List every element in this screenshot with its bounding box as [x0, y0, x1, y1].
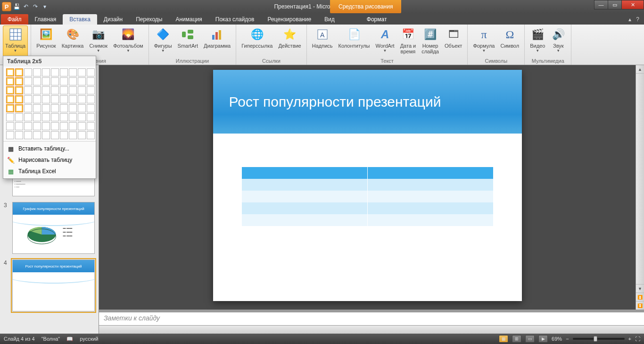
slide-canvas[interactable]: Рост популярности презентаций [99, 65, 636, 310]
grid-cell[interactable] [78, 68, 86, 76]
undo-icon[interactable]: ↶ [22, 2, 30, 11]
grid-cell[interactable] [60, 131, 68, 139]
grid-cell[interactable] [69, 104, 77, 112]
grid-cell[interactable] [51, 68, 59, 76]
grid-cell[interactable] [24, 68, 32, 76]
tab-slideshow[interactable]: Показ слайдов [209, 14, 261, 25]
slideshow-view-button[interactable]: ▶ [538, 335, 548, 343]
headerfooter-button[interactable]: 📄Колонтитулы [336, 25, 372, 58]
slide-thumbnail-3[interactable]: График популярности презентаций ▬ ▬▬ ▬ ▬… [12, 202, 95, 254]
clipart-button[interactable]: 🎨Картинка [59, 25, 86, 58]
app-icon[interactable]: P [2, 2, 11, 11]
grid-cell[interactable] [51, 113, 59, 121]
grid-cell[interactable] [42, 122, 50, 130]
grid-cell[interactable] [78, 104, 86, 112]
grid-cell[interactable] [33, 77, 41, 85]
shapes-button[interactable]: 🔷Фигуры▼ [152, 25, 174, 58]
grid-cell[interactable] [24, 77, 32, 85]
spellcheck-icon[interactable]: 📖 [66, 336, 73, 342]
grid-cell[interactable] [87, 113, 95, 121]
grid-cell[interactable] [42, 95, 50, 103]
grid-cell[interactable] [60, 68, 68, 76]
redo-icon[interactable]: ↷ [31, 2, 40, 11]
grid-cell[interactable] [87, 122, 95, 130]
thumbnail-row[interactable]: 3 График популярности презентаций ▬ ▬▬ ▬… [0, 199, 99, 257]
help-icon[interactable]: ? [636, 16, 639, 23]
grid-cell[interactable] [33, 131, 41, 139]
grid-cell[interactable] [69, 95, 77, 103]
tab-transitions[interactable]: Переходы [129, 14, 169, 25]
grid-cell[interactable] [42, 113, 50, 121]
grid-cell[interactable] [87, 68, 95, 76]
horizontal-scrollbar[interactable] [99, 325, 644, 334]
wordart-button[interactable]: AWordArt▼ [373, 25, 397, 58]
grid-cell[interactable] [33, 104, 41, 112]
thumbnail-row[interactable]: 4 Рост популярности презентаций [0, 257, 99, 314]
grid-cell[interactable] [60, 86, 68, 94]
textbox-button[interactable]: AНадпись [310, 25, 335, 58]
draw-table-menuitem[interactable]: ✏️Нарисовать таблицу [3, 154, 96, 166]
prev-slide-icon[interactable]: ⏫ [636, 293, 644, 301]
chart-button[interactable]: Диаграмма [201, 25, 233, 58]
audio-button[interactable]: 🔊Звук▼ [548, 25, 568, 58]
symbol-button[interactable]: ΩСимвол [498, 25, 521, 58]
slide-thumbnail-4[interactable]: Рост популярности презентаций [12, 260, 95, 311]
sorter-view-button[interactable]: ⊞ [512, 335, 521, 343]
normal-view-button[interactable]: ▦ [499, 335, 508, 343]
grid-cell[interactable] [6, 77, 14, 85]
minimize-button[interactable]: — [594, 0, 608, 9]
grid-cell[interactable] [51, 122, 59, 130]
grid-cell[interactable] [87, 95, 95, 103]
tab-animation[interactable]: Анимация [169, 14, 208, 25]
save-icon[interactable]: 💾 [12, 2, 21, 11]
scroll-down-icon[interactable]: ▼ [636, 284, 644, 293]
grid-cell[interactable] [60, 113, 68, 121]
grid-cell[interactable] [24, 95, 32, 103]
grid-cell[interactable] [24, 131, 32, 139]
maximize-button[interactable]: ▭ [608, 0, 622, 9]
grid-cell[interactable] [15, 95, 23, 103]
photoalbum-button[interactable]: 🌄Фотоальбом▼ [111, 25, 146, 58]
table-button[interactable]: Таблица ▼ [3, 25, 28, 58]
picture-button[interactable]: 🖼️Рисунок [34, 25, 58, 58]
grid-cell[interactable] [69, 77, 77, 85]
excel-table-menuitem[interactable]: ▦Таблица Excel [3, 166, 96, 177]
grid-cell[interactable] [42, 104, 50, 112]
slidenumber-button[interactable]: #️⃣Номер слайда [419, 25, 441, 58]
grid-cell[interactable] [6, 68, 14, 76]
grid-cell[interactable] [69, 131, 77, 139]
grid-cell[interactable] [78, 131, 86, 139]
grid-cell[interactable] [24, 104, 32, 112]
grid-cell[interactable] [6, 131, 14, 139]
grid-cell[interactable] [78, 113, 86, 121]
grid-cell[interactable] [78, 86, 86, 94]
grid-cell[interactable] [60, 122, 68, 130]
fit-to-window-button[interactable]: ⛶ [635, 336, 640, 342]
zoom-slider[interactable] [573, 338, 625, 340]
smartart-button[interactable]: SmartArt [175, 25, 200, 58]
grid-cell[interactable] [42, 86, 50, 94]
zoom-in-button[interactable]: + [628, 336, 631, 342]
tab-insert[interactable]: Вставка [63, 14, 97, 25]
grid-cell[interactable] [15, 104, 23, 112]
grid-cell[interactable] [51, 77, 59, 85]
grid-cell[interactable] [60, 95, 68, 103]
grid-cell[interactable] [69, 86, 77, 94]
tab-view[interactable]: Вид [318, 14, 341, 25]
language-label[interactable]: русский [80, 336, 98, 342]
inserted-table[interactable] [241, 167, 494, 227]
grid-cell[interactable] [24, 113, 32, 121]
equation-button[interactable]: πФормула▼ [471, 25, 497, 58]
grid-cell[interactable] [60, 77, 68, 85]
scroll-up-icon[interactable]: ▲ [636, 65, 644, 74]
theme-name[interactable]: "Волна" [41, 336, 60, 342]
tab-review[interactable]: Рецензирование [261, 14, 318, 25]
grid-cell[interactable] [87, 104, 95, 112]
grid-cell[interactable] [51, 131, 59, 139]
qat-more-icon[interactable]: ▾ [41, 2, 49, 11]
grid-cell[interactable] [15, 86, 23, 94]
grid-cell[interactable] [51, 86, 59, 94]
zoom-out-button[interactable]: − [566, 336, 569, 342]
minimize-ribbon-icon[interactable]: ▴ [628, 16, 631, 23]
video-button[interactable]: 🎬Видео▼ [528, 25, 547, 58]
